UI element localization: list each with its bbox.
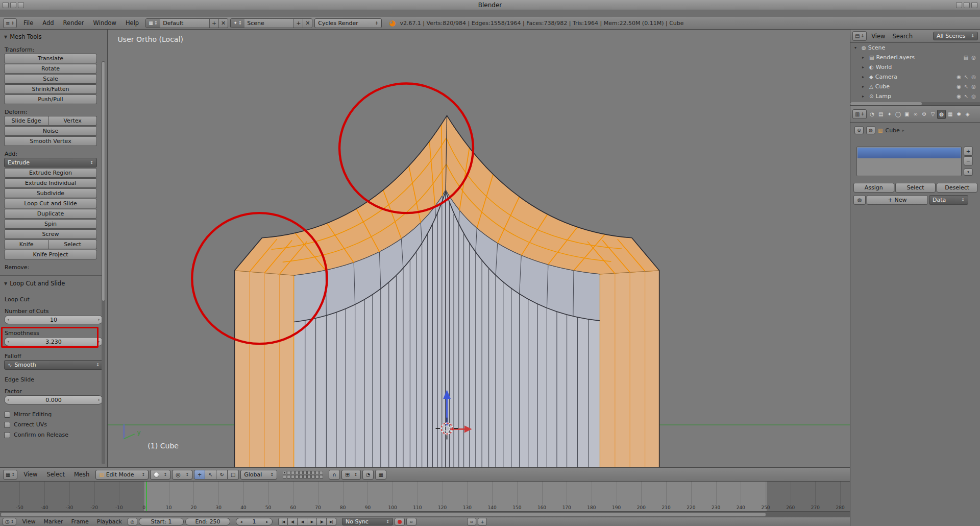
layer-toggle-18[interactable]: [311, 475, 315, 479]
render-engine-dropdown[interactable]: Cycles Render↕: [314, 18, 382, 28]
editor-type-button[interactable]: ▥↕: [852, 109, 867, 119]
material-browse-icon[interactable]: ◍: [853, 195, 866, 205]
outliner-item-label[interactable]: Scene: [868, 44, 886, 51]
play-button[interactable]: ▶: [307, 518, 317, 525]
render-layers-tab[interactable]: ▤: [876, 110, 885, 119]
outliner-row-world[interactable]: ▸◐World: [850, 62, 980, 72]
tool-button-knife[interactable]: Knife: [4, 240, 48, 249]
timeline-scrollbar[interactable]: [0, 511, 850, 517]
layer-toggle-12[interactable]: [287, 475, 290, 479]
layer-toggle-11[interactable]: [283, 475, 286, 479]
slider-right-arrow-icon[interactable]: ▸: [266, 520, 268, 524]
layer-toggle-7[interactable]: [307, 471, 311, 474]
layer-toggle-20[interactable]: [320, 475, 323, 479]
selectable-arrow-icon[interactable]: ↖: [964, 93, 968, 99]
scrollbar-thumb[interactable]: [1, 513, 766, 516]
modifiers-tab[interactable]: ⚙: [920, 110, 928, 119]
constraints-tab[interactable]: ∞: [911, 110, 920, 119]
mirror-editing-checkbox[interactable]: Mirror Editing: [4, 411, 97, 418]
selectable-arrow-icon[interactable]: ↖: [964, 74, 968, 80]
window-icon[interactable]: [10, 2, 16, 8]
layer-toggle-6[interactable]: [303, 471, 307, 474]
outliner-item-label[interactable]: Lamp: [875, 93, 891, 100]
tool-button-subdivide[interactable]: Subdivide: [4, 188, 97, 198]
selectable-arrow-icon[interactable]: ↖: [964, 84, 968, 89]
render-camera-icon[interactable]: ◎: [971, 84, 976, 89]
expander-icon[interactable]: ▸: [862, 75, 867, 79]
new-material-button[interactable]: + New: [867, 195, 928, 205]
tool-button-extrude-individual[interactable]: Extrude Individual: [4, 178, 97, 188]
scale-manipulator-button[interactable]: □: [228, 470, 239, 480]
snap-magnet-icon[interactable]: ∩: [329, 470, 340, 480]
particles-tab[interactable]: ✱: [954, 110, 963, 119]
jump-to-end-button[interactable]: ▶|: [327, 518, 336, 525]
window-icon[interactable]: [964, 2, 970, 8]
toolshelf-scrollbar[interactable]: [102, 61, 105, 464]
material-context-icon[interactable]: ◍: [866, 126, 875, 134]
menu-select[interactable]: Select: [42, 471, 69, 478]
world-tab[interactable]: ◯: [894, 110, 902, 119]
add-scene-button[interactable]: +: [293, 19, 303, 28]
falloff-dropdown[interactable]: ∿ Smooth ↕: [4, 360, 103, 370]
expander-icon[interactable]: ▸: [862, 84, 867, 89]
outliner-item-label[interactable]: Camera: [875, 74, 897, 80]
texture-tab[interactable]: ▦: [946, 110, 954, 119]
snap-element-dropdown[interactable]: ⊞ ↕: [341, 470, 361, 480]
outliner-scope-dropdown[interactable]: All Scenes ↕: [933, 32, 978, 40]
tool-button-scale[interactable]: Scale: [4, 74, 97, 84]
menu-render[interactable]: Render: [59, 19, 89, 27]
slider-left-arrow-icon[interactable]: ◂: [240, 520, 242, 524]
smoothness-slider[interactable]: ◂ 3.230 ▸: [4, 337, 103, 346]
auto-keyframe-record-button[interactable]: [395, 518, 405, 525]
preview-range-clock-icon[interactable]: ◴: [128, 518, 137, 525]
layer-toggle-19[interactable]: [315, 475, 319, 479]
delete-scene-button[interactable]: ✕: [303, 19, 312, 28]
scene-name[interactable]: Scene: [244, 19, 293, 28]
visibility-eye-icon[interactable]: ◉: [957, 84, 961, 89]
object-data-tab[interactable]: ▽: [928, 110, 937, 119]
material-tab[interactable]: ◍: [937, 110, 946, 119]
end-frame-field[interactable]: End: 250: [185, 518, 230, 525]
menu-add[interactable]: Add: [38, 19, 58, 27]
factor-slider[interactable]: ◂ 0.000 ▸: [4, 395, 103, 404]
assign-button[interactable]: Assign: [853, 183, 894, 193]
delete-screen-button[interactable]: ✕: [218, 19, 228, 28]
tool-button-slide-edge[interactable]: Slide Edge: [4, 116, 48, 126]
tool-button-extrude-region[interactable]: Extrude Region: [4, 168, 97, 178]
tool-button-vertex[interactable]: Vertex: [48, 116, 97, 126]
menu-view[interactable]: View: [18, 518, 39, 525]
outliner-item-label[interactable]: World: [876, 64, 892, 70]
pin-id-button[interactable]: ⊙: [854, 126, 864, 134]
outliner-row-cube[interactable]: ▸△Cube◉↖◎: [850, 82, 980, 91]
render-animation-button[interactable]: ▦: [375, 470, 386, 480]
layer-toggle-1[interactable]: [283, 471, 286, 474]
layer-toggle-8[interactable]: [311, 471, 315, 474]
expander-icon[interactable]: ▸: [862, 94, 867, 99]
expander-icon[interactable]: ▸: [862, 55, 867, 60]
expander-icon[interactable]: ▸: [862, 65, 867, 69]
outliner-row-camera[interactable]: ▸◆Camera◉↖◎: [850, 72, 980, 82]
timeline-ruler[interactable]: -50-40-30-20-100102030405060708090100110…: [0, 482, 850, 511]
orientation-dropdown[interactable]: Global ↕: [240, 470, 277, 480]
scene-tab[interactable]: ✦: [885, 110, 894, 119]
mode-dropdown[interactable]: ▧ Edit Mode ↕: [95, 470, 149, 480]
tool-button-spin[interactable]: Spin: [4, 219, 97, 229]
render-camera-icon[interactable]: ◎: [971, 74, 976, 80]
number-of-cuts-slider[interactable]: ◂ 10 ▸: [4, 315, 103, 324]
menu-marker[interactable]: Marker: [40, 518, 67, 525]
current-frame-playhead[interactable]: [146, 482, 147, 511]
viewport-3d[interactable]: y User Ortho (Local) (1) Cube: [108, 30, 850, 467]
slider-right-arrow-icon[interactable]: ▸: [98, 318, 100, 322]
sync-dropdown[interactable]: No Sync ↕: [342, 518, 393, 525]
manipulator-toggle-button[interactable]: +: [194, 470, 205, 480]
menu-view[interactable]: View: [19, 471, 42, 478]
outliner-row-scene[interactable]: ▾◍Scene: [850, 43, 980, 53]
operator-panel-header[interactable]: ▼ Loop Cut and Slide: [4, 278, 97, 289]
add-keying-set-button[interactable]: +: [478, 518, 487, 525]
keying-set-icon[interactable]: ▫: [406, 518, 416, 525]
tool-button-push-pull[interactable]: Push/Pull: [4, 94, 97, 104]
selectable-arrow-icon[interactable]: ◎: [971, 55, 976, 60]
outliner-item-label[interactable]: RenderLayers: [876, 54, 915, 61]
menu-view[interactable]: View: [868, 33, 889, 40]
layer-toggle-16[interactable]: [303, 475, 307, 479]
